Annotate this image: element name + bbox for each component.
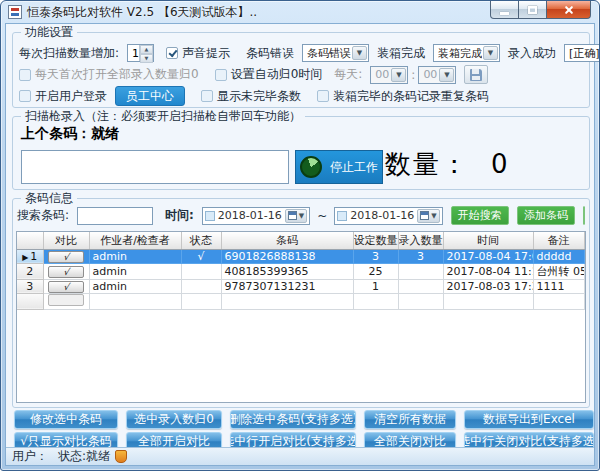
app-window: 恒泰条码比对软件 V2.5 【6天测试版本】.. 功能设置 每次扫描数量增加: … xyxy=(0,0,600,471)
date-from-picker[interactable]: 2018-01-16 ▼ xyxy=(202,207,310,225)
quantity-value: 0 xyxy=(491,149,508,179)
dropdown-arrow-icon: ▼ xyxy=(483,46,498,60)
radar-icon xyxy=(300,156,322,178)
barcode-table[interactable]: 对比 作业者/检查者 状态 条码 设定数量 录入数量 时间 备注 ▶1 √ ad… xyxy=(16,231,586,403)
packing-done-label: 装箱完成 xyxy=(377,45,425,62)
entry-qty-cell xyxy=(398,279,443,293)
quantity-display: 数量： 0 xyxy=(385,147,508,182)
window-title: 恒泰条码比对软件 V2.5 【6天测试版本】.. xyxy=(27,4,257,21)
time-cell: 2017-08-03 17:37 xyxy=(443,279,533,293)
close-button[interactable] xyxy=(546,1,591,19)
settings-group: 功能设置 每次扫描数量增加: 1 ▲ ▼ 声音提示 条码错误 xyxy=(12,32,590,108)
floppy-icon xyxy=(470,69,482,81)
daily-reset-label: 每天首次打开全部录入数量归0 xyxy=(35,66,199,83)
date-checkbox[interactable] xyxy=(337,211,347,221)
compare-button[interactable]: √ xyxy=(48,281,84,293)
add-barcode-button[interactable]: 添加条码 xyxy=(517,206,575,225)
row-number: 1 xyxy=(30,250,37,263)
dropdown-arrow-icon: ▼ xyxy=(352,46,367,60)
checkbox-box xyxy=(215,69,227,81)
compare-button[interactable]: √ xyxy=(48,266,84,278)
remark-cell: ddddd xyxy=(533,249,585,263)
save-time-button[interactable] xyxy=(464,65,488,84)
checkbox-box xyxy=(19,90,31,102)
stepper-buttons: ▲ ▼ xyxy=(139,45,153,61)
user-login-label: 开启用户登录 xyxy=(35,88,107,105)
table-header-row: 对比 作业者/检查者 状态 条码 设定数量 录入数量 时间 备注 xyxy=(17,232,585,249)
maximize-icon xyxy=(528,6,537,14)
search-barcode-label: 搜索条码: xyxy=(17,207,69,224)
packing-done-select[interactable]: 装箱完成 ▼ xyxy=(433,44,500,62)
modify-selected-button[interactable]: 修改选中条码 xyxy=(14,410,118,429)
last-barcode-label: 上个条码：就绪 xyxy=(21,125,119,143)
minimize-icon xyxy=(500,12,509,15)
remark-cell: 台州转 05... xyxy=(533,263,585,279)
excel-import-button[interactable]: Excel批量导入条码 xyxy=(583,206,585,225)
table-row[interactable]: ▶1 √ admin √ 6901826888138 3 3 2017-08-0… xyxy=(17,249,585,263)
show-unfinished-checkbox[interactable]: 显示未完毕条数 xyxy=(201,88,301,105)
remark-cell: 1111 xyxy=(533,279,585,293)
minute-select[interactable]: 00 ▼ xyxy=(418,66,456,84)
col-header-operator[interactable]: 作业者/检查者 xyxy=(89,232,181,249)
dropdown-arrow-icon: ▼ xyxy=(439,68,454,82)
show-unfinished-label: 显示未完毕条数 xyxy=(217,88,301,105)
maximize-button[interactable] xyxy=(519,1,546,19)
barcode-error-label: 条码错误 xyxy=(246,45,294,62)
time-cell: 2017-08-04 11:15 xyxy=(443,263,533,279)
repeat-barcode-checkbox[interactable]: 装箱完毕的条码记录重复条码 xyxy=(317,88,489,105)
daily-reset-checkbox[interactable]: 每天首次打开全部录入数量归0 xyxy=(19,66,199,83)
stop-work-button[interactable]: 停止工作 xyxy=(295,150,383,184)
user-login-checkbox[interactable]: 开启用户登录 xyxy=(19,88,107,105)
barcode-error-select[interactable]: 条码错误 ▼ xyxy=(302,44,369,62)
barcode-input[interactable] xyxy=(21,150,289,184)
scan-increment-stepper[interactable]: 1 ▲ ▼ xyxy=(127,44,154,62)
time-colon: : xyxy=(411,68,415,82)
row-number: 2 xyxy=(26,265,33,278)
col-header-entryqty[interactable]: 录入数量 xyxy=(398,232,443,249)
table-row[interactable]: 2 √ admin 408185399365 25 2017-08-04 11:… xyxy=(17,263,585,279)
stepper-up-icon[interactable]: ▲ xyxy=(140,45,153,54)
entry-qty-cell: 3 xyxy=(398,249,443,263)
entry-success-select[interactable]: [正确]提示音 ▼ xyxy=(564,44,600,62)
date-checkbox[interactable] xyxy=(205,211,215,221)
scanner-group: 扫描枪录入（注：必须要开启扫描枪自带回车功能） 上个条码：就绪 停止工作 数量：… xyxy=(12,116,590,190)
col-header-time[interactable]: 时间 xyxy=(443,232,533,249)
auto-reset-checkbox[interactable]: 设置自动归0时间 xyxy=(215,66,323,83)
start-search-button[interactable]: 开始搜索 xyxy=(451,206,509,225)
settings-group-title: 功能设置 xyxy=(21,25,77,39)
status-cell xyxy=(181,279,221,293)
table-row[interactable]: 3 √ admin 9787307131231 1 2017-08-03 17:… xyxy=(17,279,585,293)
hour-select[interactable]: 00 ▼ xyxy=(370,66,408,84)
calendar-icon xyxy=(420,211,429,220)
dropdown-arrow-icon: ▼ xyxy=(391,68,406,82)
set-qty-cell: 3 xyxy=(353,249,398,263)
entry-success-label: 录入成功 xyxy=(508,45,556,62)
status-shield-icon xyxy=(115,450,127,463)
new-row[interactable] xyxy=(17,293,585,309)
status-cell: √ xyxy=(181,249,221,263)
calendar-button[interactable]: ▼ xyxy=(285,209,307,223)
compare-button[interactable] xyxy=(48,294,84,306)
delete-selected-button[interactable]: 删除选中条码(支持多选) xyxy=(230,410,356,429)
export-excel-button[interactable]: 数据导出到Excel xyxy=(464,410,594,429)
minimize-button[interactable] xyxy=(490,1,519,19)
col-header-status[interactable]: 状态 xyxy=(181,232,221,249)
calendar-button[interactable]: ▼ xyxy=(417,209,439,223)
compare-button[interactable]: √ xyxy=(48,251,84,263)
col-header-remark[interactable]: 备注 xyxy=(533,232,585,249)
sound-prompt-checkbox[interactable]: 声音提示 xyxy=(166,45,230,62)
col-header-compare[interactable]: 对比 xyxy=(43,232,89,249)
date-from-value: 2018-01-16 xyxy=(218,209,282,222)
search-input[interactable] xyxy=(77,207,153,225)
staff-center-button[interactable]: 员工中心 xyxy=(115,86,185,106)
barcode-cell: 408185399365 xyxy=(221,263,353,279)
reset-selected-qty-button[interactable]: 选中录入数归0 xyxy=(126,410,222,429)
dropdown-arrow-icon: ▼ xyxy=(431,212,436,220)
stepper-down-icon[interactable]: ▼ xyxy=(140,54,153,63)
col-header-setqty[interactable]: 设定数量 xyxy=(353,232,398,249)
date-to-picker[interactable]: 2018-01-16 ▼ xyxy=(334,207,442,225)
client-area: 功能设置 每次扫描数量增加: 1 ▲ ▼ 声音提示 条码错误 xyxy=(5,23,595,466)
barcode-cell: 6901826888138 xyxy=(221,249,353,263)
clear-all-button[interactable]: 清空所有数据 xyxy=(364,410,456,429)
col-header-barcode[interactable]: 条码 xyxy=(221,232,353,249)
